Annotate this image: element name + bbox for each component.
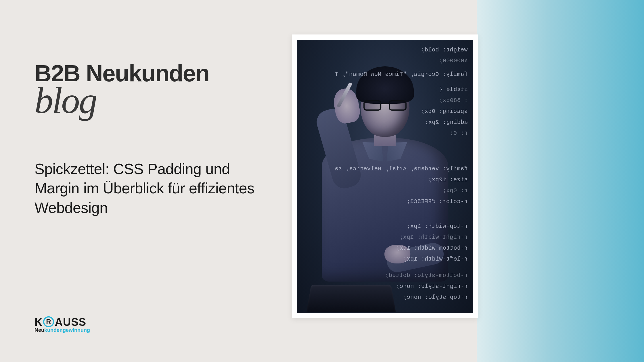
hero-photo-frame: weight: bold;#000000;family: Georgia, "T… <box>292 34 478 318</box>
keyboard-icon <box>306 285 396 312</box>
code-line: weight: bold; <box>421 47 468 53</box>
article-subtitle: Spickzettel: CSS Padding und Margin im Ü… <box>34 159 270 218</box>
logo-r-badge-icon: R <box>43 316 54 327</box>
logo-subtext: Neukundengewinnung <box>34 327 90 333</box>
heading-script: blog <box>34 84 270 116</box>
logo-text-post: AUSS <box>55 316 86 328</box>
hero-photo: weight: bold;#000000;family: Georgia, "T… <box>297 40 473 313</box>
brand-logo: K R AUSS Neukundengewinnung <box>34 316 90 333</box>
person-illustration <box>315 61 455 308</box>
glasses-icon <box>363 100 407 111</box>
logo-text-pre: K <box>34 316 43 328</box>
logo-sub-highlight: kundengewinnung <box>44 327 90 333</box>
logo-wordmark: K R AUSS <box>34 316 90 328</box>
logo-sub-dark: Neu <box>34 327 44 333</box>
